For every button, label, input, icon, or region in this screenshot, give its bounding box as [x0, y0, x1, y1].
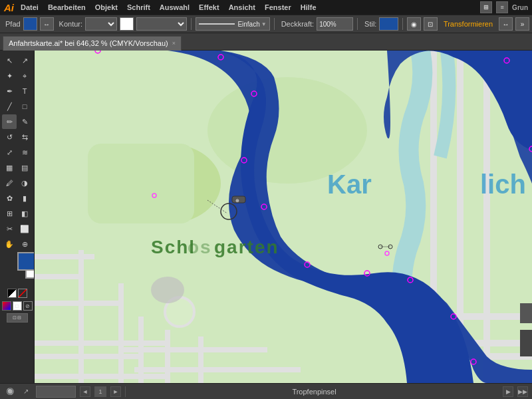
- stroke-select[interactable]: [136, 17, 187, 31]
- paint-tools-row: ✏ ✎: [2, 114, 32, 129]
- panel-btn[interactable]: ≡: [496, 1, 508, 13]
- rotate-tool[interactable]: ↺: [2, 130, 17, 144]
- gradient-mode-btn[interactable]: □: [13, 301, 22, 311]
- color-mode-btn[interactable]: [2, 301, 11, 311]
- toolbar-divider-4: [402, 18, 403, 30]
- more-btn[interactable]: »: [515, 17, 529, 31]
- none-mode-btn[interactable]: ⊘: [23, 301, 33, 311]
- hand-tool[interactable]: ✋: [2, 237, 17, 251]
- chart-tool[interactable]: ▤: [17, 160, 32, 175]
- svg-text:os: os: [188, 237, 212, 257]
- eyedropper-tool[interactable]: 🖉: [2, 176, 17, 190]
- toolbar-divider-1: [191, 18, 192, 30]
- tab-filename: Anfahrtskarte.ai* bei 646,32 % (CMYK/Vor…: [9, 39, 168, 47]
- warp-tool[interactable]: ≋: [17, 145, 32, 160]
- next-page-btn[interactable]: ►: [110, 386, 121, 397]
- rect-tool[interactable]: □: [17, 99, 32, 114]
- svg-point-26: [151, 277, 184, 303]
- lasso-tool[interactable]: ⌖: [17, 68, 32, 83]
- status-export-btn[interactable]: ↗: [20, 386, 32, 398]
- stil-swatch[interactable]: [379, 17, 398, 31]
- arrange-btn[interactable]: ↔: [499, 17, 513, 31]
- stroke-style-label: Einfach: [237, 21, 259, 28]
- line-tool[interactable]: ╱: [2, 99, 17, 114]
- magic-lasso-tools-row: ✦ ⌖: [2, 68, 32, 83]
- kontur-select[interactable]: [85, 17, 117, 31]
- menu-schrift[interactable]: Schrift: [127, 3, 150, 11]
- select-tools-row: ↖ ↗: [2, 53, 32, 68]
- eyedropper-tools-row: 🖉 ◑: [2, 176, 32, 190]
- mirror-tool[interactable]: ⇆: [17, 130, 32, 144]
- top-toolbar: Pfad ↔ Kontur: Einfach ▼ Deckkraft: Stil…: [0, 15, 532, 33]
- artboard-tools-row: ⊞ ◧: [2, 206, 32, 221]
- prev-page-btn[interactable]: ◄: [80, 386, 90, 397]
- stop-btn[interactable]: ▶▶: [517, 386, 528, 397]
- zoom-input[interactable]: 646,32%: [36, 386, 76, 398]
- appearance-btn[interactable]: ◉: [407, 17, 421, 31]
- fill-swatch[interactable]: [23, 17, 37, 31]
- paintbrush-tool[interactable]: ✏: [2, 114, 17, 129]
- path-label: Pfad: [5, 20, 21, 28]
- svg-text:⊕: ⊕: [235, 198, 239, 203]
- symbol-tool[interactable]: ✿: [2, 191, 17, 205]
- svg-text:garten: garten: [214, 237, 279, 257]
- stil-label: Stil:: [364, 20, 376, 28]
- align-btn[interactable]: ⊡: [424, 17, 438, 31]
- column-graph-tool[interactable]: ▮: [17, 191, 32, 205]
- transform-tools-row: ⤢ ≋: [2, 145, 32, 160]
- menu-bearbeiten[interactable]: Bearbeiten: [48, 3, 86, 11]
- app-logo: Ai: [4, 2, 14, 13]
- transformieren-button[interactable]: Transformieren: [440, 17, 496, 31]
- menu-fenster[interactable]: Fenster: [265, 3, 291, 11]
- none-color-btn[interactable]: [18, 289, 27, 298]
- canvas-area: ⊕ Schl garten os Kar lich: [35, 51, 532, 383]
- hand-zoom-tools-row: ✋ ⊕: [2, 237, 32, 251]
- app-title-right: Grun: [512, 4, 528, 11]
- magic-wand-tool[interactable]: ✦: [2, 68, 17, 83]
- menu-effekt[interactable]: Effekt: [199, 3, 219, 11]
- type-tool[interactable]: T: [17, 84, 32, 98]
- zoom-tool[interactable]: ⊕: [17, 237, 32, 251]
- tab-close-btn[interactable]: ×: [172, 40, 176, 47]
- kontur-color-swatch[interactable]: [120, 17, 134, 31]
- title-bar: Ai Datei Bearbeiten Objekt Schrift Auswa…: [0, 0, 532, 15]
- scissors-tool[interactable]: ✂: [2, 221, 17, 236]
- status-info-btn[interactable]: 🔘: [4, 386, 16, 398]
- menu-ansicht[interactable]: Ansicht: [229, 3, 255, 11]
- line-shape-tools-row: ╱ □: [2, 99, 32, 114]
- deckkraft-label: Deckkraft:: [281, 20, 315, 28]
- screen-mode-btn[interactable]: ⊡ ⊟: [7, 313, 28, 323]
- direct-selection-tool[interactable]: ↗: [17, 53, 32, 68]
- pencil-tool[interactable]: ✎: [17, 114, 32, 129]
- scale-tool[interactable]: ⤢: [2, 145, 17, 160]
- toolbar-divider-3: [357, 18, 358, 30]
- eraser-tool[interactable]: ⬜: [17, 221, 32, 236]
- play-btn[interactable]: ▶: [503, 386, 513, 397]
- extra-color-options: [7, 289, 27, 298]
- workspace-switcher[interactable]: ⊞: [480, 1, 492, 13]
- gradient-tool[interactable]: ◧: [17, 206, 32, 221]
- deckkraft-input[interactable]: [317, 17, 353, 31]
- map-canvas: ⊕ Schl garten os Kar lich: [35, 51, 532, 383]
- stroke-indicator[interactable]: ↔: [40, 17, 54, 31]
- main-area: ↖ ↗ ✦ ⌖ ✒ T ╱ □ ✏ ✎ ↺ ⇆ ⤢ ≋ ▦ ▤: [0, 51, 532, 383]
- default-colors-btn[interactable]: [7, 289, 17, 298]
- graph-tool[interactable]: ▦: [2, 160, 17, 175]
- menu-auswahl[interactable]: Auswahl: [160, 3, 190, 11]
- blend-tool[interactable]: ◑: [17, 176, 32, 190]
- svg-rect-28: [520, 330, 532, 356]
- menu-datei[interactable]: Datei: [21, 3, 39, 11]
- menu-bar: Datei Bearbeiten Objekt Schrift Auswahl …: [21, 3, 317, 11]
- pen-tool[interactable]: ✒: [2, 84, 17, 98]
- menu-objekt[interactable]: Objekt: [95, 3, 118, 11]
- svg-point-22: [207, 77, 367, 184]
- foreground-color-swatch[interactable]: [17, 252, 35, 271]
- mesh-tool[interactable]: ⊞: [2, 206, 17, 221]
- document-tab[interactable]: Anfahrtskarte.ai* bei 646,32 % (CMYK/Vor…: [3, 36, 182, 51]
- stroke-dropdown-arrow: ▼: [261, 21, 267, 27]
- stroke-style-selector[interactable]: Einfach ▼: [196, 17, 270, 31]
- menu-hilfe[interactable]: Hilfe: [301, 3, 317, 11]
- status-bar: 🔘 ↗ 646,32% ◄ 1 ► Tropfenpinsel ▶ ▶▶: [0, 383, 532, 399]
- current-tool-label: Tropfenpinsel: [130, 388, 499, 396]
- selection-tool[interactable]: ↖: [2, 53, 17, 68]
